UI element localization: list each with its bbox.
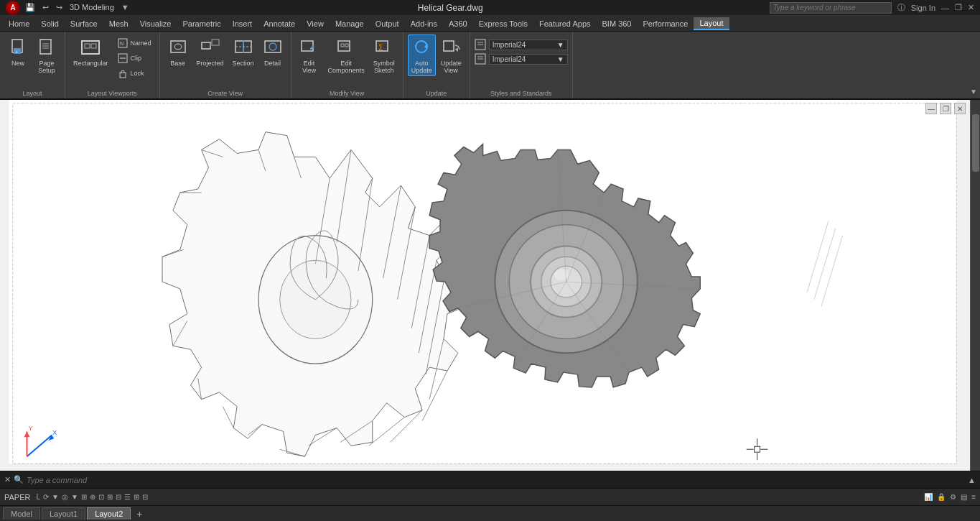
restore-button[interactable]: ❐ [955, 3, 962, 12]
tabs-bar: Model Layout1 Layout2 + [0, 505, 980, 521]
section-icon [233, 38, 253, 58]
scroll-thumb[interactable] [972, 114, 979, 172]
menu-output[interactable]: Output [370, 18, 405, 29]
transparency-icon[interactable]: ⊟ [142, 493, 148, 501]
menu-home[interactable]: Home [3, 18, 35, 29]
redo-icon[interactable]: ↪ [54, 3, 65, 12]
svg-text:X: X [52, 429, 57, 436]
projected-icon [200, 38, 220, 58]
auto-update-icon [411, 38, 431, 58]
isolate-objects-icon[interactable]: ▤ [961, 493, 967, 501]
menu-solid[interactable]: Solid [35, 18, 64, 29]
menu-view[interactable]: View [301, 18, 330, 29]
page-setup-button[interactable]: Page Setup [33, 34, 60, 76]
lineweight-icon[interactable]: ⊞ [134, 493, 139, 501]
viewport-close[interactable]: ✕ [954, 103, 966, 114]
rectangular-button[interactable]: Rectangular [70, 34, 112, 69]
auto-update-label: Auto Update [411, 60, 432, 74]
workspace-arrow[interactable]: ▼ [119, 3, 131, 12]
grid-snap-icon[interactable]: ⟳ [43, 493, 49, 501]
detail-button[interactable]: Detail [259, 34, 286, 69]
ortho-dropdown[interactable]: ▼ [71, 493, 78, 501]
menu-surface[interactable]: Surface [65, 18, 103, 29]
hardware-accel-icon[interactable]: ⚙ [950, 493, 956, 501]
menu-visualize[interactable]: Visualize [134, 18, 177, 29]
base-label: Base [170, 60, 185, 67]
app-logo: A [6, 1, 20, 15]
close-button[interactable]: ✕ [968, 3, 974, 12]
menu-layout[interactable]: Layout [694, 17, 729, 30]
paper-label: PAPER [4, 493, 30, 502]
minimize-button[interactable]: — [941, 4, 949, 12]
projected-button[interactable]: Projected [193, 34, 228, 69]
auto-update-button[interactable]: Auto Update [408, 34, 436, 76]
info-icon[interactable]: ⓘ [897, 2, 905, 13]
menu-bim360[interactable]: BIM 360 [597, 18, 638, 29]
section-label: Section [233, 60, 254, 67]
edit-view-button[interactable]: Edit View [296, 34, 323, 76]
drawing-canvas[interactable]: X Y — ❐ ✕ [0, 100, 980, 471]
tab-model[interactable]: Model [3, 507, 40, 520]
ribbon-group-viewports: Rectangular N Named Clip [65, 32, 160, 98]
menu-parametric[interactable]: Parametric [177, 18, 226, 29]
polar-tracking-icon[interactable]: ⊞ [81, 493, 87, 501]
save-icon[interactable]: 💾 [23, 3, 37, 12]
customize-icon[interactable]: ≡ [971, 493, 976, 501]
titlebar-filename: Helical Gear.dwg [131, 3, 770, 13]
ribbon-group-create-view: Base Projected [160, 32, 291, 98]
menu-mesh[interactable]: Mesh [103, 18, 134, 29]
signin-button[interactable]: Sign In [911, 4, 935, 12]
update-view-button[interactable]: Update View [437, 34, 465, 76]
scrollbar-right[interactable] [970, 100, 980, 471]
model-space-icon[interactable]: L [36, 493, 40, 501]
svg-rect-9 [91, 44, 96, 48]
menu-insert[interactable]: Insert [227, 18, 258, 29]
snap-icon[interactable]: ⊡ [98, 493, 104, 501]
styles-dropdown-1[interactable]: Imperial24 ▼ [489, 40, 568, 50]
lock-button[interactable]: Lock [113, 66, 155, 80]
svg-rect-17 [202, 42, 210, 49]
menu-performance[interactable]: Performance [637, 18, 694, 29]
command-find-icon[interactable]: 🔍 [14, 475, 24, 484]
lock-icon [117, 68, 129, 79]
tab-layout1[interactable]: Layout1 [42, 507, 85, 520]
grid-snap-dropdown[interactable]: ▼ [52, 493, 59, 501]
clip-button[interactable]: Clip [113, 51, 155, 65]
menu-annotate[interactable]: Annotate [258, 18, 301, 29]
menu-addins[interactable]: Add-ins [405, 18, 443, 29]
undo-icon[interactable]: ↩ [40, 3, 51, 12]
menu-a360[interactable]: A360 [443, 18, 473, 29]
viewport-minimize[interactable]: — [925, 103, 937, 114]
object-snap-track[interactable]: ⊟ [116, 493, 121, 501]
search-input[interactable] [770, 2, 892, 14]
annotation-scale-icon[interactable]: 📊 [924, 493, 933, 501]
section-button[interactable]: Section [229, 34, 258, 69]
tab-layout2[interactable]: Layout2 [87, 507, 131, 520]
base-button[interactable]: Base [164, 34, 192, 69]
edit-components-button[interactable]: Edit Components [325, 34, 368, 76]
symbol-sketch-button[interactable]: ∑ Symbol Sketch [370, 34, 398, 76]
object-snap-icon[interactable]: ⊞ [107, 493, 113, 501]
ortho-mode-icon[interactable]: ◎ [62, 493, 68, 501]
named-icon: N [117, 37, 129, 49]
command-close-icon[interactable]: ✕ [4, 475, 11, 484]
menu-manage[interactable]: Manage [330, 18, 370, 29]
command-scroll-up[interactable]: ▲ [968, 476, 976, 484]
svg-rect-33 [444, 41, 454, 51]
dynamic-input-icon[interactable]: ☰ [124, 493, 131, 501]
update-group-label: Update [426, 90, 447, 98]
viewport-restore[interactable]: ❐ [940, 103, 951, 114]
styles-dropdown-2[interactable]: Imperial24 ▼ [489, 54, 568, 65]
menu-featured-apps[interactable]: Featured Apps [533, 18, 597, 29]
workspace-selector[interactable]: 3D Modeling [67, 3, 116, 12]
ribbon-expand[interactable]: ▼ [967, 32, 980, 98]
svg-text:Y: Y [28, 425, 32, 432]
dropdown-arrow-1: ▼ [557, 41, 564, 49]
lock-ui-icon[interactable]: 🔒 [937, 493, 946, 501]
isoplane-icon[interactable]: ⊕ [90, 493, 95, 501]
command-input[interactable] [27, 476, 965, 484]
tab-add-button[interactable]: + [132, 507, 146, 521]
new-button[interactable]: + New [4, 34, 32, 69]
named-button[interactable]: N Named [113, 36, 155, 50]
menu-express-tools[interactable]: Express Tools [473, 18, 533, 29]
